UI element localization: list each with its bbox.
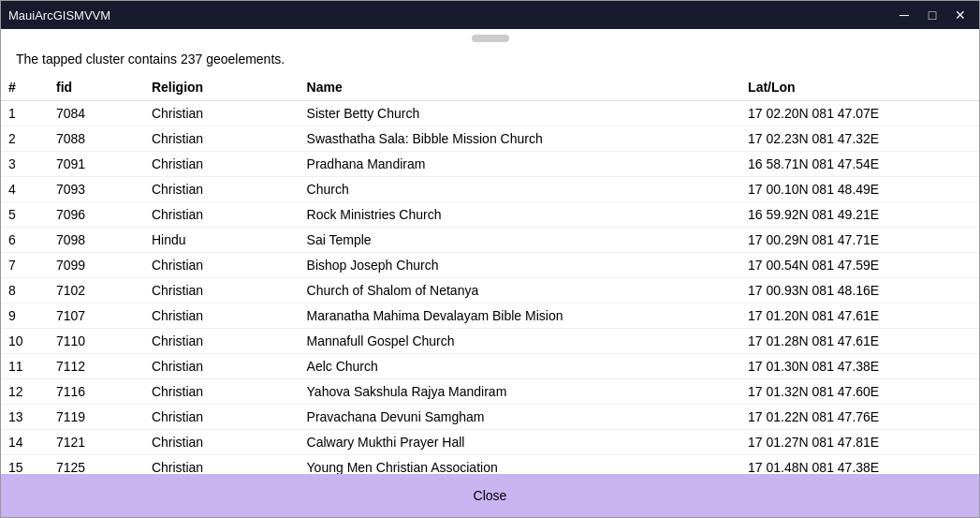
cell-fid: 7088 xyxy=(49,126,144,152)
cell-religion: Christian xyxy=(144,278,300,303)
cell-fid: 7096 xyxy=(49,202,144,228)
cell-num: 6 xyxy=(1,228,49,253)
cell-fid: 7125 xyxy=(49,455,144,475)
cell-fid: 7116 xyxy=(49,379,144,405)
main-window: MauiArcGISMVVM ─ □ ✕ The tapped cluster … xyxy=(0,0,980,518)
cell-num: 10 xyxy=(1,329,49,354)
cell-latlon: 16 59.92N 081 49.21E xyxy=(740,202,979,228)
scroll-indicator xyxy=(1,29,979,44)
cell-num: 15 xyxy=(1,455,49,475)
cell-num: 11 xyxy=(1,354,49,379)
cell-num: 3 xyxy=(1,152,49,177)
cell-religion: Christian xyxy=(144,354,300,379)
cell-num: 12 xyxy=(1,379,49,405)
table-row[interactable]: 147121ChristianCalwary Mukthi Prayer Hal… xyxy=(1,430,979,455)
cell-religion: Christian xyxy=(144,329,300,354)
cell-num: 9 xyxy=(1,303,49,329)
cell-num: 8 xyxy=(1,278,49,303)
cell-name: Maranatha Mahima Devalayam Bible Mision xyxy=(300,303,741,329)
close-button[interactable]: Close xyxy=(436,482,545,509)
table-container[interactable]: # fid Religion Name Lat/Lon 17084Christi… xyxy=(1,74,979,474)
cell-name: Young Men Christian Association xyxy=(300,455,741,475)
cell-latlon: 17 01.30N 081 47.38E xyxy=(740,354,979,379)
cell-latlon: 17 01.27N 081 47.81E xyxy=(740,430,979,455)
close-window-button[interactable]: ✕ xyxy=(949,6,972,24)
cell-name: Sai Temple xyxy=(300,228,741,253)
cell-fid: 7121 xyxy=(49,430,144,455)
table-row[interactable]: 67098HinduSai Temple17 00.29N 081 47.71E xyxy=(1,228,979,253)
cell-fid: 7099 xyxy=(49,253,144,278)
cell-religion: Christian xyxy=(144,379,300,405)
window-controls: ─ □ ✕ xyxy=(893,6,972,24)
cell-fid: 7098 xyxy=(49,228,144,253)
close-bar: Close xyxy=(1,474,979,517)
table-row[interactable]: 37091ChristianPradhana Mandiram16 58.71N… xyxy=(1,152,979,177)
cell-name: Rock Ministries Church xyxy=(300,202,741,228)
window-title: MauiArcGISMVVM xyxy=(8,8,110,22)
cell-latlon: 17 01.32N 081 47.60E xyxy=(740,379,979,405)
cell-fid: 7110 xyxy=(49,329,144,354)
cell-num: 13 xyxy=(1,405,49,430)
header-fid: fid xyxy=(49,74,144,101)
table-row[interactable]: 127116ChristianYahova Sakshula Rajya Man… xyxy=(1,379,979,405)
cell-fid: 7112 xyxy=(49,354,144,379)
content-area: The tapped cluster contains 237 geoeleme… xyxy=(1,29,979,517)
cell-latlon: 17 02.23N 081 47.32E xyxy=(740,126,979,152)
header-name: Name xyxy=(300,74,741,101)
cell-num: 14 xyxy=(1,430,49,455)
cell-religion: Christian xyxy=(144,202,300,228)
cell-name: Calwary Mukthi Prayer Hall xyxy=(300,430,741,455)
header-latlon: Lat/Lon xyxy=(740,74,979,101)
header-religion: Religion xyxy=(144,74,300,101)
table-row[interactable]: 117112ChristianAelc Church17 01.30N 081 … xyxy=(1,354,979,379)
header-num: # xyxy=(1,74,49,101)
cell-name: Pradhana Mandiram xyxy=(300,152,741,177)
cell-latlon: 17 01.22N 081 47.76E xyxy=(740,405,979,430)
cell-name: Bishop Joseph Church xyxy=(300,253,741,278)
cell-fid: 7107 xyxy=(49,303,144,329)
table-row[interactable]: 107110ChristianMannafull Gospel Church17… xyxy=(1,329,979,354)
cell-religion: Hindu xyxy=(144,228,300,253)
cell-num: 1 xyxy=(1,101,49,126)
table-row[interactable]: 57096ChristianRock Ministries Church16 5… xyxy=(1,202,979,228)
cell-num: 7 xyxy=(1,253,49,278)
scroll-bar[interactable] xyxy=(472,35,509,42)
cell-latlon: 17 01.28N 081 47.61E xyxy=(740,329,979,354)
data-table: # fid Religion Name Lat/Lon 17084Christi… xyxy=(1,74,979,474)
maximize-button[interactable]: □ xyxy=(921,6,943,24)
cell-fid: 7102 xyxy=(49,278,144,303)
table-row[interactable]: 77099ChristianBishop Joseph Church17 00.… xyxy=(1,253,979,278)
table-row[interactable]: 17084ChristianSister Betty Church17 02.2… xyxy=(1,101,979,126)
cell-latlon: 17 00.54N 081 47.59E xyxy=(740,253,979,278)
cell-religion: Christian xyxy=(144,430,300,455)
title-bar: MauiArcGISMVVM ─ □ ✕ xyxy=(1,1,979,29)
cell-religion: Christian xyxy=(144,177,300,202)
cell-latlon: 17 00.10N 081 48.49E xyxy=(740,177,979,202)
cell-religion: Christian xyxy=(144,405,300,430)
table-row[interactable]: 97107ChristianMaranatha Mahima Devalayam… xyxy=(1,303,979,329)
cell-name: Sister Betty Church xyxy=(300,101,741,126)
cell-num: 2 xyxy=(1,126,49,152)
table-row[interactable]: 47093ChristianChurch17 00.10N 081 48.49E xyxy=(1,177,979,202)
table-header-row: # fid Religion Name Lat/Lon xyxy=(1,74,979,101)
table-body: 17084ChristianSister Betty Church17 02.2… xyxy=(1,101,979,475)
table-row[interactable]: 157125ChristianYoung Men Christian Assoc… xyxy=(1,455,979,475)
cell-name: Church of Shalom of Netanya xyxy=(300,278,741,303)
cell-fid: 7084 xyxy=(49,101,144,126)
cell-latlon: 17 02.20N 081 47.07E xyxy=(740,101,979,126)
table-row[interactable]: 137119ChristianPravachana Devuni Samgham… xyxy=(1,405,979,430)
cell-religion: Christian xyxy=(144,126,300,152)
cluster-info: The tapped cluster contains 237 geoeleme… xyxy=(1,44,979,74)
table-row[interactable]: 87102ChristianChurch of Shalom of Netany… xyxy=(1,278,979,303)
cell-num: 5 xyxy=(1,202,49,228)
cell-fid: 7119 xyxy=(49,405,144,430)
cell-name: Yahova Sakshula Rajya Mandiram xyxy=(300,379,741,405)
cell-name: Aelc Church xyxy=(300,354,741,379)
cell-fid: 7093 xyxy=(49,177,144,202)
cell-latlon: 17 00.93N 081 48.16E xyxy=(740,278,979,303)
minimize-button[interactable]: ─ xyxy=(893,6,915,24)
cell-name: Swasthatha Sala: Bibble Mission Church xyxy=(300,126,741,152)
table-row[interactable]: 27088ChristianSwasthatha Sala: Bibble Mi… xyxy=(1,126,979,152)
cell-religion: Christian xyxy=(144,455,300,475)
cell-latlon: 17 01.48N 081 47.38E xyxy=(740,455,979,475)
